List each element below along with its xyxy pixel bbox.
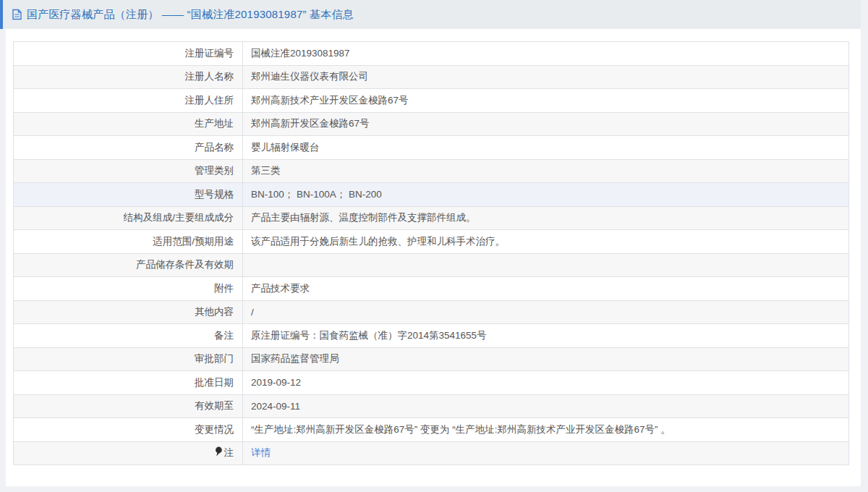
row-value: 国家药品监督管理局 — [243, 347, 849, 371]
table-row: 其他内容/ — [14, 300, 849, 324]
row-value: 原注册证编号：国食药监械（准）字2014第3541655号 — [243, 324, 849, 348]
row-label: 批准日期 — [14, 371, 243, 395]
table-row: 变更情况“生产地址:郑州高新开发区金梭路67号” 变更为 “生产地址:郑州高新技… — [14, 418, 849, 442]
table-row: 注册人名称郑州迪生仪器仪表有限公司 — [14, 65, 849, 89]
row-label: 审批部门 — [14, 347, 243, 371]
row-label: 注 — [14, 441, 243, 465]
table-row: 适用范围/预期用途该产品适用于分娩后新生儿的抢救、护理和儿科手术治疗。 — [14, 230, 849, 254]
row-value: / — [243, 300, 849, 324]
table-row: 产品名称婴儿辐射保暖台 — [14, 136, 849, 160]
detail-link[interactable]: 详情 — [251, 447, 271, 458]
document-icon — [12, 9, 22, 20]
pin-icon — [214, 446, 223, 459]
row-value: 产品主要由辐射源、温度控制部件及支撑部件组成。 — [243, 206, 849, 230]
row-label: 其他内容 — [14, 300, 243, 324]
table-row: 有效期至2024-09-11 — [14, 394, 849, 418]
row-label: 适用范围/预期用途 — [14, 230, 243, 254]
table-row: 批准日期2019-09-12 — [14, 371, 849, 395]
row-value: “生产地址:郑州高新开发区金梭路67号” 变更为 “生产地址:郑州高新技术产业开… — [243, 418, 849, 442]
table-row: 注册证编号国械注准20193081987 — [14, 42, 849, 66]
row-label: 产品名称 — [14, 136, 243, 160]
table-row: 注册人住所郑州高新技术产业开发区金梭路67号 — [14, 89, 849, 113]
row-label: 附件 — [14, 277, 243, 301]
row-value — [243, 253, 849, 277]
row-label: 变更情况 — [14, 418, 243, 442]
row-value: 郑州迪生仪器仪表有限公司 — [243, 65, 849, 89]
row-value: 2024-09-11 — [243, 394, 849, 418]
row-value: 详情 — [243, 441, 849, 465]
row-label: 备注 — [14, 324, 243, 348]
table-row: 注详情 — [14, 441, 849, 465]
content-card: 注册证编号国械注准20193081987注册人名称郑州迪生仪器仪表有限公司注册人… — [6, 29, 861, 486]
page-header: 国产医疗器械产品（注册） —— “国械注准20193081987” 基本信息 — [0, 0, 861, 29]
row-label: 生产地址 — [14, 112, 243, 136]
table-row: 结构及组成/主要组成成分产品主要由辐射源、温度控制部件及支撑部件组成。 — [14, 206, 849, 230]
row-value: 该产品适用于分娩后新生儿的抢救、护理和儿科手术治疗。 — [243, 230, 849, 254]
row-label: 产品储存条件及有效期 — [14, 253, 243, 277]
table-row: 生产地址郑州高新开发区金梭路67号 — [14, 112, 849, 136]
info-table-body: 注册证编号国械注准20193081987注册人名称郑州迪生仪器仪表有限公司注册人… — [14, 42, 849, 465]
row-value: 郑州高新开发区金梭路67号 — [243, 112, 849, 136]
row-value: 第三类 — [243, 159, 849, 183]
table-row: 管理类别第三类 — [14, 159, 849, 183]
row-value: 郑州高新技术产业开发区金梭路67号 — [243, 89, 849, 113]
page-title: 国产医疗器械产品（注册） —— “国械注准20193081987” 基本信息 — [27, 8, 354, 22]
row-label: 型号规格 — [14, 183, 243, 207]
row-label: 注册人名称 — [14, 65, 243, 89]
row-label: 注册人住所 — [14, 89, 243, 113]
table-row: 附件产品技术要求 — [14, 277, 849, 301]
row-value: 产品技术要求 — [243, 277, 849, 301]
row-label: 注册证编号 — [14, 42, 243, 66]
table-row: 备注原注册证编号：国食药监械（准）字2014第3541655号 — [14, 324, 849, 348]
row-value: BN-100； BN-100A； BN-200 — [243, 183, 849, 207]
table-row: 审批部门国家药品监督管理局 — [14, 347, 849, 371]
info-table: 注册证编号国械注准20193081987注册人名称郑州迪生仪器仪表有限公司注册人… — [13, 41, 849, 465]
row-label: 有效期至 — [14, 394, 243, 418]
row-label: 结构及组成/主要组成成分 — [14, 206, 243, 230]
row-value: 国械注准20193081987 — [243, 42, 849, 66]
row-value: 婴儿辐射保暖台 — [243, 136, 849, 160]
row-label: 管理类别 — [14, 159, 243, 183]
table-row: 型号规格BN-100； BN-100A； BN-200 — [14, 183, 849, 207]
table-row: 产品储存条件及有效期 — [14, 253, 849, 277]
row-value: 2019-09-12 — [243, 371, 849, 395]
